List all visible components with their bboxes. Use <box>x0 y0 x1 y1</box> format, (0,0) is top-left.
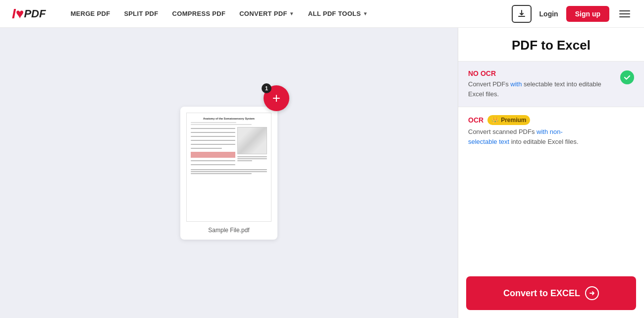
file-preview: Anatomy of the Somatosensory System <box>186 113 271 222</box>
ocr-label-text: OCR <box>468 116 483 124</box>
convert-to-excel-button[interactable]: Convert to EXCEL <box>466 276 636 310</box>
option-ocr[interactable]: OCR 👑 Premium Convert scanned PDFs with … <box>458 107 644 154</box>
no-ocr-label-text: NO OCR <box>468 69 496 77</box>
add-file-button[interactable]: 1 + <box>264 85 289 111</box>
preview-line <box>191 122 236 123</box>
option-ocr-label: OCR 👑 Premium <box>468 115 634 125</box>
convert-button-label: Convert to EXCEL <box>503 288 580 299</box>
logo-text: PDF <box>24 7 46 20</box>
hamburger-line <box>619 16 630 17</box>
selected-check-icon <box>620 70 634 84</box>
nav-split-pdf[interactable]: SPLIT PDF <box>119 7 163 20</box>
option-ocr-text: OCR 👑 Premium Convert scanned PDFs with … <box>468 115 634 146</box>
chevron-down-icon: ▼ <box>363 11 368 16</box>
nav-merge-pdf-label: MERGE PDF <box>70 10 110 17</box>
main-layout: Anatomy of the Somatosensory System <box>0 28 644 318</box>
svg-rect-0 <box>518 16 525 17</box>
header: I♥ PDF MERGE PDF SPLIT PDF COMPRESS PDF … <box>0 0 644 28</box>
preview-text-line <box>191 173 252 174</box>
hamburger-line <box>619 13 630 14</box>
nav-all-tools[interactable]: ALL PDF TOOLS ▼ <box>303 7 373 20</box>
preview-col-left <box>191 127 235 166</box>
hamburger-line <box>619 10 630 11</box>
option-ocr-description: Convert scanned PDFs with non-selectable… <box>468 127 634 146</box>
download-icon <box>517 9 527 19</box>
preview-doc-title: Anatomy of the Somatosensory System <box>191 117 267 120</box>
highlight-text: with non-selectable text <box>468 128 563 145</box>
hamburger-menu-button[interactable] <box>617 8 632 19</box>
nav-split-pdf-label: SPLIT PDF <box>124 10 158 17</box>
file-drop-area[interactable]: Anatomy of the Somatosensory System <box>0 28 458 318</box>
nav-convert-pdf-label: CONVERT PDF <box>239 10 287 17</box>
preview-highlight-block <box>191 152 235 158</box>
option-no-ocr[interactable]: NO OCR Convert PDFs with selectable text… <box>458 61 644 107</box>
preview-text-line <box>191 136 235 137</box>
panel-title: PDF to Excel <box>458 28 644 61</box>
nav-merge-pdf[interactable]: MERGE PDF <box>65 7 115 20</box>
logo-heart-icon: I♥ <box>12 6 24 22</box>
preview-col-right <box>237 127 267 166</box>
main-nav: MERGE PDF SPLIT PDF COMPRESS PDF CONVERT… <box>65 7 511 20</box>
preview-text-line <box>191 140 235 141</box>
preview-text-line <box>237 158 267 159</box>
signup-button[interactable]: Sign up <box>566 6 609 22</box>
preview-text-line <box>191 160 235 161</box>
highlight-text: with <box>510 80 522 88</box>
preview-text-line <box>191 144 235 145</box>
nav-compress-pdf-label: COMPRESS PDF <box>172 10 226 17</box>
nav-compress-pdf[interactable]: COMPRESS PDF <box>167 7 231 20</box>
premium-badge: 👑 Premium <box>487 115 530 125</box>
preview-text-line <box>191 128 235 129</box>
preview-text-line <box>191 164 235 165</box>
option-no-ocr-label: NO OCR <box>468 69 614 77</box>
preview-text-line <box>191 132 235 133</box>
preview-text-line <box>237 156 267 157</box>
right-panel-spacer <box>458 154 644 276</box>
file-name-label: Sample File.pdf <box>208 227 249 234</box>
preview-image <box>238 127 267 154</box>
right-panel: PDF to Excel NO OCR Convert PDFs with se… <box>458 28 644 318</box>
nav-convert-pdf[interactable]: CONVERT PDF ▼ <box>234 7 299 20</box>
file-count-badge: 1 <box>262 83 271 93</box>
login-button[interactable]: Login <box>539 10 558 18</box>
preview-text-line <box>191 171 267 172</box>
chevron-down-icon: ▼ <box>289 11 294 16</box>
arrow-circle-icon <box>585 286 599 300</box>
checkmark-icon <box>623 73 631 81</box>
header-right: Login Sign up <box>512 5 632 23</box>
file-card: Anatomy of the Somatosensory System <box>180 107 277 240</box>
nav-all-tools-label: ALL PDF TOOLS <box>308 10 361 17</box>
download-app-button[interactable] <box>512 5 532 23</box>
preview-text-line <box>237 160 252 161</box>
logo[interactable]: I♥ PDF <box>12 6 46 22</box>
option-no-ocr-text: NO OCR Convert PDFs with selectable text… <box>468 69 614 99</box>
option-no-ocr-description: Convert PDFs with selectable text into e… <box>468 79 614 99</box>
premium-badge-label: Premium <box>501 117 526 124</box>
preview-image-block <box>237 127 267 154</box>
arrow-right-icon <box>589 290 595 297</box>
preview-text-line <box>191 148 222 149</box>
preview-line <box>191 124 252 125</box>
preview-text-line <box>191 169 267 170</box>
plus-icon: + <box>272 91 280 105</box>
crown-icon: 👑 <box>491 117 499 124</box>
